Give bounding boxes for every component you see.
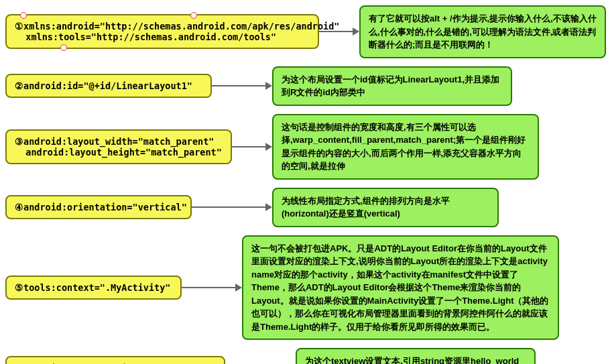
diagram-row-4: ④android:orientation="vertical"为线性布局指定方式… xyxy=(5,188,603,227)
selection-handle[interactable] xyxy=(60,44,67,51)
desc-box-4: 为线性布局指定方式,组件的排列方向是水平(horizontal)还是竖直(ver… xyxy=(272,188,499,227)
code-box-1: ①xmlns:android="http://schemas.android.c… xyxy=(5,14,319,49)
desc-box-3: 这句话是控制组件的宽度和高度,有三个属性可以选择,warp_content,fi… xyxy=(272,114,539,180)
code-box-3: ③android:layout_width="match_parent" and… xyxy=(5,129,232,164)
diagram-row-2: ②android:id="@+id/LinearLayout1"为这个布局设置一… xyxy=(5,66,603,106)
diagram-row-6: ⑥android:text="@string/hello_world"为这个te… xyxy=(5,348,603,364)
code-box-5: ⑤tools:context=".MyActivity" xyxy=(5,276,182,300)
desc-box-6: 为这个textview设置文本,引用string资源里hello_world的字… xyxy=(296,348,536,364)
selection-handle[interactable] xyxy=(20,12,27,19)
desc-box-1: 有了它就可以按alt + /作为提示,提示你输入什么,不该输入什么,什么事对的,… xyxy=(359,5,606,58)
code-box-6: ⑥android:text="@string/hello_world" xyxy=(5,356,225,365)
diagram-row-1: ①xmlns:android="http://schemas.android.c… xyxy=(5,5,603,58)
desc-box-5: 这一句不会被打包进APK。只是ADT的Layout Editor在你当前的Lay… xyxy=(242,235,559,341)
arrow-icon xyxy=(232,143,272,151)
code-box-4: ④android:orientation="vertical" xyxy=(5,195,192,219)
arrow-icon xyxy=(212,82,272,90)
diagram-row-5: ⑤tools:context=".MyActivity"这一句不会被打包进APK… xyxy=(5,235,603,341)
arrow-icon xyxy=(182,284,242,292)
selection-handle[interactable] xyxy=(190,12,197,19)
code-box-2: ②android:id="@+id/LinearLayout1" xyxy=(5,74,212,98)
desc-box-2: 为这个布局设置一个id值标记为LinearLayout1,并且添加到R文件的id… xyxy=(272,66,512,106)
diagram-row-3: ③android:layout_width="match_parent" and… xyxy=(5,114,603,180)
arrow-icon xyxy=(192,203,272,211)
